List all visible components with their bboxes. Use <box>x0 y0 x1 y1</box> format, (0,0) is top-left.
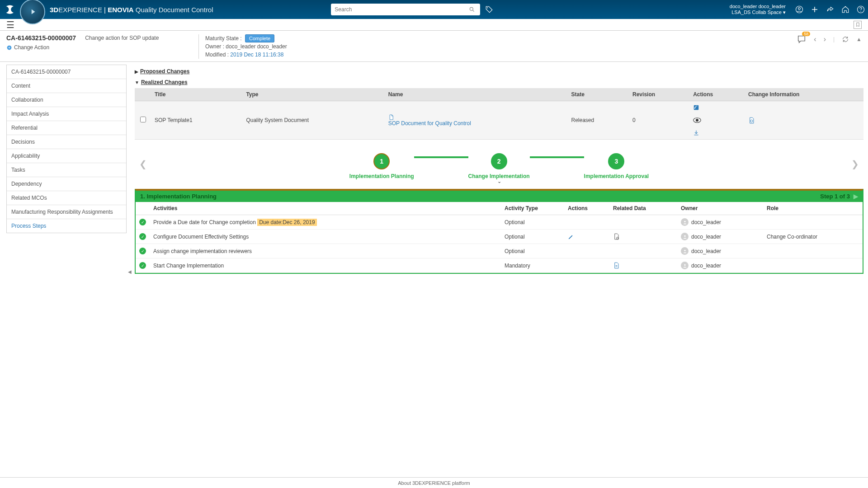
subscribe-icon[interactable] <box>693 104 741 111</box>
stepper-prev-icon[interactable]: ❮ <box>139 159 147 169</box>
proposed-changes-header[interactable]: ▶ Proposed Changes <box>135 66 863 77</box>
avatar-icon <box>681 233 689 240</box>
step-1-label: Implementation Planning <box>349 173 414 179</box>
related-doc-icon[interactable] <box>613 262 674 269</box>
type-label: Change Action <box>14 44 49 51</box>
ds-logo[interactable] <box>3 2 18 17</box>
edit-icon[interactable] <box>568 234 606 240</box>
activity-row[interactable]: ✓Configure Document Effectivity Settings… <box>136 230 863 244</box>
stage-next-icon[interactable]: ▶ <box>854 193 858 200</box>
sidebar-item-impact-analysis[interactable]: Impact Analysis <box>7 107 126 121</box>
activity-owner: doco_leader <box>677 258 763 273</box>
step-3[interactable]: 3 Implementation Approval <box>584 153 649 179</box>
bookmark-toggle[interactable] <box>854 21 862 29</box>
change-action-subtitle: Change action for SOP update <box>85 35 159 41</box>
search-box[interactable] <box>331 4 480 15</box>
download-icon[interactable] <box>693 130 741 136</box>
sidebar-item-dependency[interactable]: Dependency <box>7 177 126 191</box>
footer: About 3DEXPERIENCE platform <box>0 477 868 488</box>
content: ▶ Proposed Changes ▼ Realized Changes Ti… <box>133 62 868 481</box>
realized-changes-header[interactable]: ▼ Realized Changes <box>135 77 863 88</box>
brand-bold: 3D <box>50 6 58 14</box>
activity-row[interactable]: ✓Provide a Due date for Change completio… <box>136 215 863 230</box>
help-icon[interactable] <box>856 5 865 14</box>
svg-point-14 <box>696 119 698 122</box>
sidebar-collapse-icon[interactable]: ◀ <box>127 62 133 481</box>
hamburger-icon[interactable]: ☰ <box>6 19 14 30</box>
activity-type: Mandatory <box>501 258 564 273</box>
activity-row[interactable]: ✓Assign change implementation reviewersO… <box>136 244 863 258</box>
col-activities[interactable]: Activities <box>150 202 501 215</box>
change-action-icon <box>6 45 12 51</box>
step-1[interactable]: 1 Implementation Planning <box>349 153 414 179</box>
col-owner[interactable]: Owner <box>677 202 763 215</box>
change-info-icon[interactable] <box>748 117 860 124</box>
sidebar-item-tasks[interactable]: Tasks <box>7 163 126 177</box>
col-actions2[interactable]: Actions <box>564 202 609 215</box>
prev-icon[interactable]: ‹ <box>814 35 816 43</box>
sidebar-item-referential[interactable]: Referential <box>7 121 126 135</box>
col-title[interactable]: Title <box>151 88 242 101</box>
search-icon[interactable] <box>467 5 476 14</box>
add-icon[interactable] <box>810 5 819 14</box>
svg-line-2 <box>473 10 474 12</box>
col-change-info[interactable]: Change Information <box>745 88 863 101</box>
tag-icon[interactable] <box>485 5 494 14</box>
sidebar-item-mfg-responsibility[interactable]: Manufacturing Responsibility Assignments <box>7 205 126 219</box>
search-input[interactable] <box>335 6 467 13</box>
cell-name: SOP Document for Quality Control <box>385 101 568 140</box>
view-icon[interactable] <box>693 117 741 123</box>
col-activity-type[interactable]: Activity Type <box>501 202 564 215</box>
about-link[interactable]: About 3DEXPERIENCE platform <box>398 480 470 486</box>
activity-related-data <box>609 230 677 244</box>
comments-icon[interactable]: 58 <box>797 34 807 44</box>
col-related-data[interactable]: Related Data <box>609 202 677 215</box>
col-revision[interactable]: Revision <box>629 88 689 101</box>
step-2[interactable]: 2 Change Implementation <box>468 153 530 179</box>
next-icon[interactable]: › <box>824 35 826 43</box>
col-actions[interactable]: Actions <box>689 88 745 101</box>
step-3-label: Implementation Approval <box>584 173 649 179</box>
col-state[interactable]: State <box>568 88 629 101</box>
modified-date[interactable]: 2019 Dec 18 11:16:38 <box>230 52 283 58</box>
col-role[interactable]: Role <box>763 202 863 215</box>
cell-actions <box>689 101 745 140</box>
doc-link[interactable]: SOP Document for Quality Control <box>388 120 471 127</box>
activity-role: Change Co-ordinator <box>763 230 863 244</box>
settings-doc-icon[interactable] <box>613 233 674 240</box>
activities-table: Activities Activity Type Actions Related… <box>136 202 863 273</box>
table-row[interactable]: SOP Template1 Quality System Document SO… <box>135 101 863 140</box>
refresh-icon[interactable] <box>842 36 849 43</box>
sidebar-item-decisions[interactable]: Decisions <box>7 135 126 149</box>
sidebar-item-id[interactable]: CA-61463215-00000007 <box>7 65 126 79</box>
home-icon[interactable] <box>841 5 850 14</box>
brand-app-bold: ENOVIA <box>108 6 134 14</box>
sidebar-item-applicability[interactable]: Applicability <box>7 149 126 163</box>
activity-related-data <box>609 215 677 230</box>
comment-count: 58 <box>802 32 810 36</box>
sidebar-item-process-steps[interactable]: Process Steps <box>7 219 126 233</box>
sidebar-item-collaboration[interactable]: Collaboration <box>7 93 126 107</box>
profile-icon[interactable] <box>795 5 804 14</box>
activity-related-data <box>609 258 677 273</box>
stepper-next-icon[interactable]: ❯ <box>851 159 859 169</box>
col-name[interactable]: Name <box>385 88 568 101</box>
row-checkbox[interactable] <box>140 117 146 122</box>
avatar-icon <box>681 247 689 255</box>
modified-label: Modified : <box>205 52 230 58</box>
activity-row[interactable]: ✓Start Change ImplementationMandatorydoc… <box>136 258 863 273</box>
brand-app: Quality Document Control <box>134 6 213 14</box>
activity-actions <box>564 258 609 273</box>
sidebar-item-content[interactable]: Content <box>7 79 126 93</box>
compass-icon[interactable] <box>20 0 45 24</box>
user-info[interactable]: doco_leader doco_leader LSA_DS Collab Sp… <box>730 4 786 15</box>
activity-name: Start Change Implementation <box>150 258 501 273</box>
expand-icon: ▶ <box>135 69 138 74</box>
activity-name: Configure Document Effectivity Settings <box>150 230 501 244</box>
share-icon[interactable] <box>826 5 835 14</box>
check-icon: ✓ <box>139 219 146 225</box>
sidebar-item-related-mcos[interactable]: Related MCOs <box>7 191 126 205</box>
activity-name: Assign change implementation reviewers <box>150 244 501 258</box>
collapse-icon[interactable]: ▲ <box>856 36 862 42</box>
col-type[interactable]: Type <box>242 88 384 101</box>
